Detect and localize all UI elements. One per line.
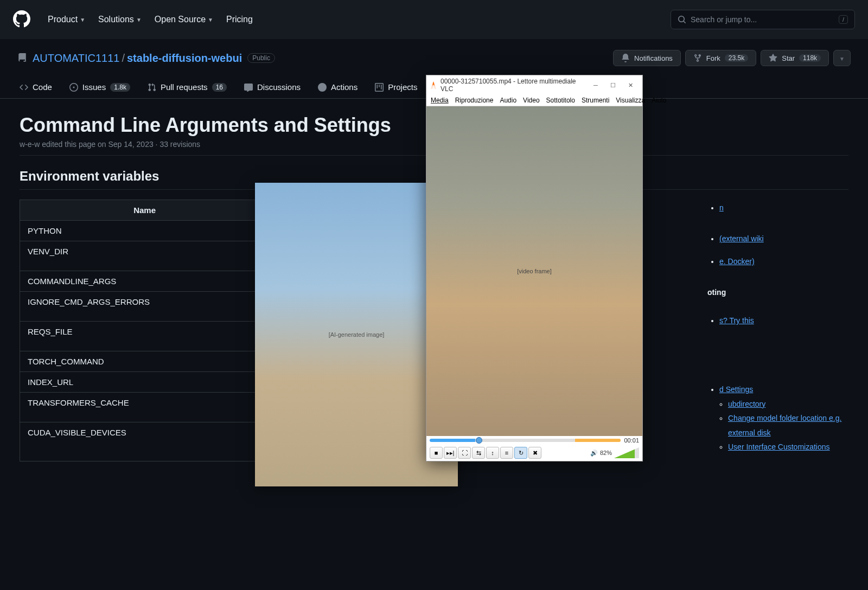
env-name: TORCH_COMMAND bbox=[20, 351, 270, 372]
visibility-badge: Public bbox=[247, 53, 275, 63]
wiki-sidebar: n (external wiki e. Docker) oting s? Try… bbox=[707, 201, 848, 454]
star-button[interactable]: Star 118k bbox=[761, 50, 829, 66]
chevron-down-icon: ▼ bbox=[136, 17, 142, 23]
tab-projects[interactable]: Projects bbox=[368, 77, 424, 98]
search-icon bbox=[678, 15, 686, 24]
env-name: COMMANDLINE_ARGS bbox=[20, 271, 270, 292]
fork-button[interactable]: Fork 23.5k bbox=[685, 50, 756, 66]
vlc-menubar: Media Riproduzione Audio Video Sottotito… bbox=[426, 95, 642, 106]
menu-media[interactable]: Media bbox=[431, 97, 449, 104]
github-logo[interactable] bbox=[13, 10, 30, 29]
env-name: PYTHON bbox=[20, 221, 270, 241]
env-name: IGNORE_CMD_ARGS_ERRORS bbox=[20, 292, 270, 322]
tab-actions[interactable]: Actions bbox=[311, 77, 364, 98]
env-name: VENV_DIR bbox=[20, 241, 270, 271]
tab-discussions[interactable]: Discussions bbox=[238, 77, 307, 98]
menu-subtitle[interactable]: Sottotitolo bbox=[546, 97, 575, 104]
env-name: REQS_FILE bbox=[20, 322, 270, 351]
fork-count: 23.5k bbox=[725, 54, 748, 62]
notifications-button[interactable]: Notifications bbox=[613, 50, 681, 66]
next-button[interactable]: ▸▸| bbox=[444, 447, 457, 459]
fork-icon bbox=[693, 54, 702, 62]
vlc-titlebar[interactable]: 00000-3125710055.mp4 - Lettore multimedi… bbox=[426, 75, 642, 95]
repo-owner-link[interactable]: AUTOMATIC1111 bbox=[33, 52, 119, 64]
search-kbd: / bbox=[839, 15, 848, 24]
menu-audio[interactable]: Audio bbox=[500, 97, 516, 104]
sidebar-link: ubdirectory bbox=[728, 397, 848, 412]
star-icon bbox=[769, 54, 777, 62]
maximize-button[interactable]: ☐ bbox=[604, 82, 622, 89]
vlc-controls: ■ ▸▸| ⛶ ⇆ ↕ ≡ ↻ ✖ 🔊 82% bbox=[426, 445, 642, 461]
vlc-video-area[interactable]: [video frame] bbox=[426, 106, 642, 436]
seek-track[interactable] bbox=[430, 439, 621, 442]
seek-knob[interactable] bbox=[476, 437, 482, 444]
github-header: Product▼ Solutions▼ Open Source▼ Pricing… bbox=[0, 0, 868, 39]
list-button[interactable]: ≡ bbox=[500, 447, 513, 459]
menu-video[interactable]: Video bbox=[523, 97, 539, 104]
tab-code[interactable]: Code bbox=[13, 77, 59, 98]
repo-name-link[interactable]: stable-diffusion-webui bbox=[127, 52, 242, 64]
playlist-button[interactable]: ↕ bbox=[486, 447, 499, 459]
stop-button[interactable]: ■ bbox=[430, 447, 443, 459]
search-placeholder: Search or jump to... bbox=[691, 15, 757, 24]
repo-icon bbox=[17, 53, 27, 63]
nav-opensource[interactable]: Open Source▼ bbox=[155, 15, 213, 24]
chevron-down-icon: ▼ bbox=[80, 17, 85, 23]
repo-path: AUTOMATIC1111/stable-diffusion-webui bbox=[33, 52, 242, 65]
minimize-button[interactable]: ─ bbox=[587, 82, 604, 88]
sidebar-link: e. Docker) bbox=[719, 254, 848, 269]
tab-issues[interactable]: Issues1.8k bbox=[63, 77, 137, 98]
vlc-seek-bar[interactable]: 00:01 bbox=[426, 436, 642, 445]
env-name: CUDA_VISIBLE_DEVICES bbox=[20, 422, 270, 461]
repo-actions: Notifications Fork 23.5k Star 118k ▼ bbox=[613, 50, 851, 66]
vlc-cone-icon bbox=[430, 81, 437, 89]
sidebar-link: (external wiki bbox=[719, 232, 848, 246]
sidebar-link: Change model folder location e.g. extern… bbox=[728, 411, 848, 440]
repo-bar: AUTOMATIC1111/stable-diffusion-webui Pub… bbox=[0, 39, 868, 66]
sidebar-link: d Settings bbox=[719, 382, 848, 397]
vlc-title: 00000-3125710055.mp4 - Lettore multimedi… bbox=[441, 78, 587, 93]
menu-playback[interactable]: Riproduzione bbox=[455, 97, 494, 104]
vlc-volume[interactable]: 🔊 82% bbox=[590, 447, 639, 458]
menu-tools[interactable]: Strumenti bbox=[582, 97, 609, 104]
star-dropdown[interactable]: ▼ bbox=[833, 50, 851, 66]
extended-button[interactable]: ⇆ bbox=[472, 447, 485, 459]
menu-help[interactable]: Aiuto bbox=[652, 97, 666, 104]
sidebar-link: s? Try this bbox=[719, 313, 848, 328]
env-name: TRANSFORMERS_CACHE bbox=[20, 393, 270, 422]
vlc-window: 00000-3125710055.mp4 - Lettore multimedi… bbox=[426, 75, 643, 461]
volume-slider[interactable] bbox=[614, 447, 639, 458]
env-name: INDEX_URL bbox=[20, 372, 270, 393]
chevron-down-icon: ▼ bbox=[208, 17, 213, 23]
sidebar-heading: oting bbox=[707, 285, 848, 300]
sidebar-link: User Interface Customizations bbox=[728, 440, 848, 454]
fullscreen-button[interactable]: ⛶ bbox=[458, 447, 471, 459]
nav-product[interactable]: Product▼ bbox=[48, 15, 85, 24]
loop-button[interactable]: ↻ bbox=[514, 447, 527, 459]
search-input[interactable]: Search or jump to... / bbox=[671, 10, 855, 29]
header-nav: Product▼ Solutions▼ Open Source▼ Pricing bbox=[48, 15, 253, 24]
shuffle-button[interactable]: ✖ bbox=[528, 447, 541, 459]
th-name: Name bbox=[20, 200, 270, 221]
menu-view[interactable]: Visualizza bbox=[616, 97, 645, 104]
nav-pricing[interactable]: Pricing bbox=[226, 15, 253, 24]
star-count: 118k bbox=[799, 54, 821, 62]
seek-buffer bbox=[575, 439, 621, 442]
nav-solutions[interactable]: Solutions▼ bbox=[98, 15, 142, 24]
vlc-time: 00:01 bbox=[624, 437, 639, 444]
bell-icon bbox=[621, 54, 630, 62]
chevron-down-icon: ▼ bbox=[839, 56, 845, 62]
sidebar-link: n bbox=[719, 201, 848, 215]
close-button[interactable]: ✕ bbox=[622, 82, 639, 89]
tab-pull-requests[interactable]: Pull requests16 bbox=[141, 77, 233, 98]
